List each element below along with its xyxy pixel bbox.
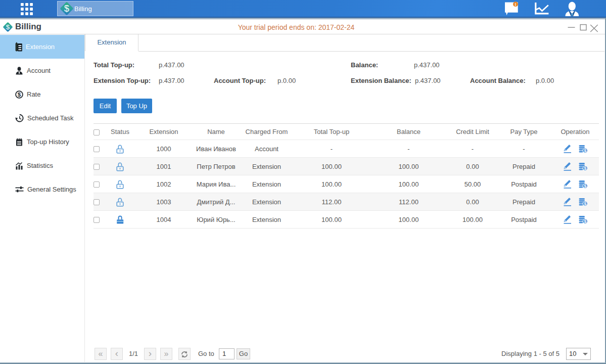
svg-text:!: !: [515, 2, 517, 7]
svg-text:$: $: [6, 23, 10, 31]
svg-text:$: $: [64, 4, 69, 14]
svg-text:$: $: [18, 92, 21, 98]
